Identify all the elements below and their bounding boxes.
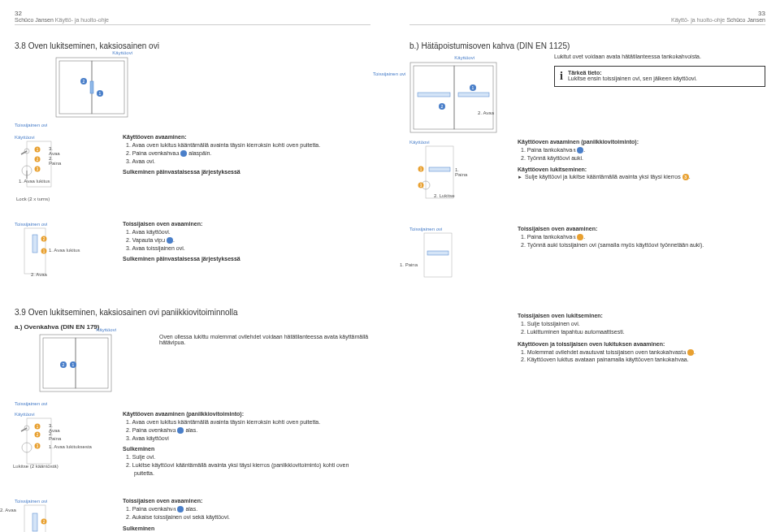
inst2-title: Toissijaisen oven avaaminen: (123, 221, 370, 227)
d5-t1: 1. Avaa lukituksesta (49, 444, 92, 449)
svg-rect-18 (32, 235, 37, 253)
door-diagram-3: 1 2 3 3. Avaa 2. Paina 1. Avaa lukitukse… (15, 417, 63, 490)
inst1-1: 1. Avaa oven lukitus kääntämällä avainta… (126, 141, 370, 149)
inst2-2: 2. Vapauta vipu 2. (126, 236, 370, 244)
d2-1: 1. Avaa lukitus (19, 179, 50, 184)
r1-1: 1. Paina tankokahvaa 1. (521, 146, 765, 154)
row-r3: Toissijainen ovi 1. Paina Toissijaisen o… (410, 226, 765, 305)
inst3-2: 2. Paina ovenkahva 1 alas. (126, 426, 370, 435)
inst2-1: 1. Avaa käyttöovi. (126, 228, 370, 236)
page-number: 33 (671, 10, 765, 17)
r5-1: 1. Molemmat ovilehdet avautuvat toissija… (521, 348, 765, 357)
info-box: i Tärkeä tieto: Lukitse ensin toissijain… (554, 66, 765, 87)
svg-text:2: 2 (83, 79, 85, 84)
d5-t2: 2. Paina (49, 431, 63, 441)
rd1-t: Toissijainen ovi (373, 71, 405, 76)
badge-3o: 3 (682, 174, 689, 180)
row-r1: 1 2 Käyttöovi Toissijainen ovi 2. Avaa L… (410, 54, 765, 131)
door-diagram-2: 2 1 1. Avaa lukitus 2. Avaa (15, 227, 63, 300)
inst1-close: Sulkeminen päinvastaisessa järjestyksess… (123, 169, 370, 175)
page-32: 32 Schüco Jansen Käyttö- ja huolto-ohje … (0, 0, 390, 532)
page-33: 33 Käyttö- ja huolto-ohje Schüco Jansen … (390, 0, 780, 532)
brand: Schüco Jansen (15, 17, 54, 23)
svg-rect-47 (454, 66, 493, 129)
d6-2: 2. Avaa (0, 508, 16, 513)
r3-list: 1. Paina tankokahvaa 2. 2. Työnnä auki t… (521, 233, 765, 249)
r3-1: 1. Paina tankokahvaa 2. (521, 233, 765, 241)
svg-rect-40 (32, 513, 37, 531)
rd1-2: 2. Avaa (478, 110, 494, 115)
inst1-2: 2. Paina ovenkahvaa 1 alaspäin. (126, 149, 370, 158)
rd2-1: 1. Paina (455, 167, 467, 177)
rd2-2: 2. Lukitse (434, 193, 455, 198)
inst3-1: 1. Avaa oven lukitus kääntämällä avainta… (126, 418, 370, 426)
brand-r: Schüco Jansen (726, 17, 765, 23)
inst3-title: Käyttöoven avaaminen (paniikkiovitoimint… (123, 411, 370, 417)
rd1-k: Käyttöovi (454, 55, 474, 60)
row-39-3: Toissijainen ovi 2 1 2. Avaa 1. Avaa luk… (15, 498, 370, 532)
section-38-title: 3.8 Oven lukitseminen, kaksiosainen ovi (15, 41, 370, 50)
row-38-1: 2 1 Käyttöovi Toissijainen ovi (15, 57, 370, 126)
info-title: Tärkeä tieto: (568, 70, 697, 76)
inst2-close: Sulkeminen päinvastaisessa järjestyksess… (123, 256, 370, 262)
s39-txt: Oven ollessa lukittu molemmat ovilehdet … (159, 334, 370, 345)
inst4-2: 2. Aukaise toissijainen ovi sekä käyttöo… (126, 513, 370, 521)
r5-2: 2. Käyttöoven lukitus avataan painamalla… (521, 356, 765, 364)
r1-title: Käyttöoven avaaminen (paniikkiovitoimint… (518, 139, 765, 145)
inst4-list: 1. Paina ovenkahva 1 alas. 2. Aukaise to… (126, 505, 370, 521)
badge-2o: 2 (687, 349, 694, 356)
r4-title: Toissijaisen oven lukitseminen: (518, 313, 765, 318)
window-diagram-1: 2 1 Käyttöovi Toissijainen ovi (55, 57, 128, 126)
page-number: 32 (15, 10, 109, 17)
inst4-1: 1. Paina ovenkahva 1 alas. (126, 505, 370, 513)
svg-rect-62 (427, 251, 448, 255)
row-39-1: 2 1 Käyttöovi Toissijainen ovi Oven olle… (15, 334, 370, 403)
sulk-2: 2. Lukitse käyttöovi kääntämällä avainta… (126, 461, 370, 478)
s39-a: a.) Ovenkahva (DIN EN 179) (15, 323, 370, 331)
sulk2-title: Sulkeminen (123, 526, 370, 531)
badge-2: 2 (167, 237, 173, 244)
door-diagram-r1: 1 3 1. Paina 2. Lukitse (410, 145, 458, 218)
row-38-2: Käyttöovi 1 2 3 3. Avaa 2. Paina 1. Avaa… (15, 134, 370, 213)
header-left: 32 Schüco Jansen Käyttö- ja huolto-ohje (15, 10, 370, 25)
d3-1: 1. Avaa lukitus (49, 248, 80, 253)
row-39-2: Käyttöovi 1 2 3 3. Avaa 2. Paina 1. Avaa… (15, 411, 370, 490)
d3-2: 2. Avaa (31, 272, 47, 277)
door-diagram-4: 2 1 2. Avaa 1. Avaa lukitus (15, 504, 63, 532)
r4-2: 2. Lukittuminen tapahtuu automaattisesti… (521, 328, 765, 336)
row-38-3: Toissijainen ovi 2 1 1. Avaa lukitus 2. … (15, 221, 370, 300)
inst1-list: 1. Avaa oven lukitus kääntämällä avainta… (126, 141, 370, 165)
subbrand: Käyttö- ja huolto-ohje (55, 17, 109, 23)
row-r2: Käyttöovi 1 3 1. Paina 2. Lukitse Käyttö… (410, 139, 765, 218)
subbrand-r: Käyttö- ja huolto-ohje (671, 17, 725, 23)
b-title: b.) Hätäpoistumisoven kahva (DIN EN 1125… (410, 41, 765, 50)
window-diagram-3: 1 2 Käyttöovi Toissijainen ovi 2. Avaa (410, 62, 483, 131)
r2-txt: Sulje käyttöovi ja lukitse kääntämällä a… (518, 174, 765, 180)
inst2-list: 1. Avaa käyttöovi. 2. Vapauta vipu 2. 3.… (126, 228, 370, 252)
svg-rect-54 (426, 146, 453, 198)
inst2-3: 3. Avaa toissijainen ovi. (126, 244, 370, 253)
svg-text:1: 1 (472, 85, 474, 90)
inst1-3: 3. Avaa ovi. (126, 158, 370, 166)
d2-lock: Lock (2 x turns) (16, 197, 50, 201)
r2-title: Käyttöoven lukitseminen: (518, 167, 765, 172)
rd3-1: 1. Paina (400, 262, 418, 267)
d5-lock: Lukitse (2 kääntöstä) (13, 464, 58, 469)
info-icon: i (560, 70, 563, 83)
inst1-title: Käyttöoven avaaminen: (123, 134, 370, 140)
label-kayttoovi: Käyttöovi (112, 50, 132, 55)
row-r4: Toissijaisen oven lukitseminen: 1. Sulje… (410, 313, 765, 368)
svg-rect-25 (76, 338, 108, 388)
door-diagram-1: 1 2 3 3. Avaa 2. Paina 1. Avaa lukitus L… (15, 140, 63, 213)
d4-t: Toissijainen ovi (15, 401, 47, 406)
svg-text:2: 2 (63, 362, 65, 367)
door-diagram-r2: 1. Paina (410, 231, 458, 305)
svg-text:1: 1 (99, 91, 102, 96)
r1-list: 1. Paina tankokahvaa 1. 2. Työnnä käyttö… (521, 146, 765, 162)
svg-rect-48 (418, 93, 450, 97)
svg-rect-49 (458, 93, 489, 97)
sulk-1: 1. Sulje ovi. (126, 453, 370, 461)
d2-3: 3. Avaa (49, 146, 63, 156)
svg-rect-2 (92, 61, 124, 114)
svg-text:2: 2 (441, 104, 444, 109)
